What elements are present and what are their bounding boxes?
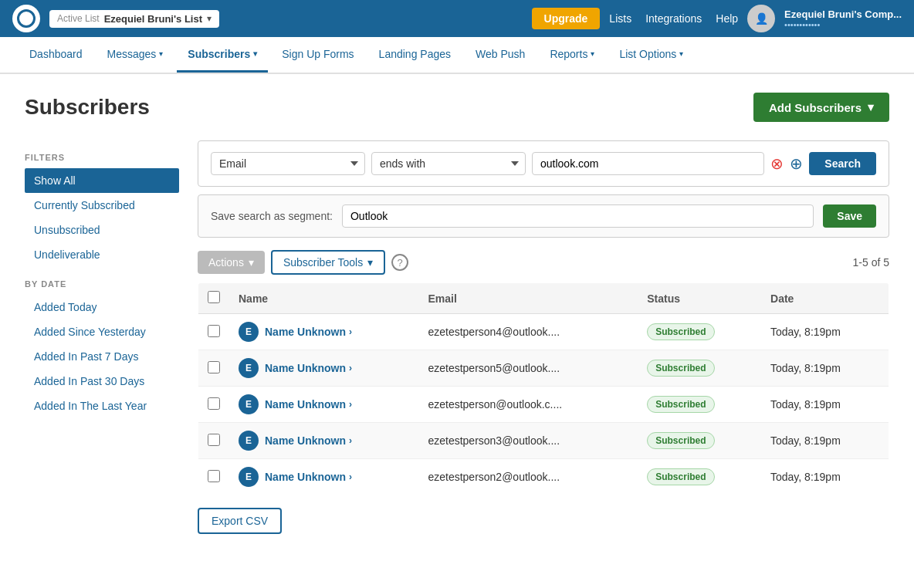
- subscriber-name[interactable]: Name Unknown ›: [265, 398, 352, 411]
- search-button[interactable]: Search: [809, 152, 876, 175]
- page-title: Subscribers: [25, 95, 150, 120]
- save-segment-button[interactable]: Save: [823, 204, 876, 228]
- row-date-cell: Today, 8:19pm: [761, 387, 889, 423]
- row-checkbox[interactable]: [208, 434, 220, 446]
- second-nav: Dashboard Messages ▾ Subscribers ▾ Sign …: [0, 37, 914, 74]
- sidebar-item-added-past-30-days[interactable]: Added In Past 30 Days: [25, 369, 179, 394]
- subscriber-name[interactable]: Name Unknown ›: [265, 326, 352, 338]
- subscriber-name-arrow-icon: ›: [349, 435, 352, 446]
- row-date-cell: Today, 8:19pm: [761, 314, 889, 350]
- top-nav-links: Lists Integrations Help: [609, 12, 738, 25]
- export-csv-button[interactable]: Export CSV: [198, 508, 282, 534]
- filter-condition-select[interactable]: ends with starts with contains is is not: [371, 152, 526, 175]
- row-name-cell: E Name Unknown ›: [229, 350, 418, 387]
- subscriber-name-arrow-icon: ›: [349, 326, 352, 337]
- subscriber-name-arrow-icon: ›: [349, 363, 352, 373]
- add-icon: ⊕: [790, 154, 803, 173]
- subscriber-tools-button[interactable]: Subscriber Tools ▾: [271, 250, 385, 275]
- logo-inner: [17, 9, 36, 28]
- nav-dashboard[interactable]: Dashboard: [19, 37, 93, 73]
- active-list-label: Active List: [57, 13, 100, 24]
- sidebar-item-added-today[interactable]: Added Today: [25, 295, 179, 319]
- filter-value-input[interactable]: [532, 152, 764, 175]
- active-list-pill[interactable]: Active List Ezequiel Bruni's List ▾: [49, 10, 219, 28]
- sidebar-item-undeliverable[interactable]: Undeliverable: [25, 242, 179, 267]
- export-row: Export CSV: [198, 508, 889, 534]
- nav-landing-pages[interactable]: Landing Pages: [368, 37, 462, 73]
- sidebar-item-show-all[interactable]: Show All: [25, 168, 179, 193]
- table-row: E Name Unknown › ezetestperson2@outlook.…: [198, 459, 889, 495]
- select-all-checkbox[interactable]: [208, 291, 220, 303]
- sidebar-item-added-since-yesterday[interactable]: Added Since Yesterday: [25, 319, 179, 344]
- nav-messages[interactable]: Messages ▾: [96, 37, 174, 73]
- row-email-cell: ezetestperson5@outlook....: [418, 350, 638, 387]
- active-list-chevron-icon: ▾: [207, 13, 212, 24]
- actions-button[interactable]: Actions ▾: [198, 251, 265, 274]
- filter-field-select[interactable]: Email Name Status Date: [211, 152, 365, 175]
- subscriber-avatar: E: [239, 394, 259, 414]
- filter-row: Email Name Status Date ends with starts …: [198, 140, 889, 187]
- active-list-name: Ezequiel Bruni's List: [104, 13, 202, 25]
- row-name-cell: E Name Unknown ›: [229, 387, 418, 423]
- actions-caret-icon: ▾: [249, 256, 254, 269]
- row-checkbox-cell: [198, 387, 230, 423]
- status-badge: Subscribed: [647, 323, 714, 340]
- filter-remove-button[interactable]: ⊗: [770, 154, 784, 173]
- add-subscribers-button[interactable]: Add Subscribers ▾: [753, 93, 889, 122]
- table-row: E Name Unknown › ezetestperson4@outlook.…: [198, 314, 889, 350]
- row-checkbox[interactable]: [208, 361, 220, 373]
- status-badge: Subscribed: [647, 432, 714, 449]
- nav-reports[interactable]: Reports ▾: [539, 37, 605, 73]
- user-name: Ezequiel Bruni's Comp...: [784, 8, 902, 20]
- help-icon[interactable]: ?: [391, 254, 408, 271]
- top-nav-help[interactable]: Help: [716, 12, 738, 25]
- content-layout: FILTERS Show All Currently Subscribed Un…: [25, 140, 889, 534]
- page-header: Subscribers Add Subscribers ▾: [25, 93, 889, 122]
- row-date-cell: Today, 8:19pm: [761, 459, 889, 495]
- row-checkbox[interactable]: [208, 397, 220, 410]
- sidebar-item-currently-subscribed[interactable]: Currently Subscribed: [25, 193, 179, 218]
- nav-subscribers[interactable]: Subscribers ▾: [177, 37, 268, 73]
- subscriber-tools-caret-icon: ▾: [367, 256, 373, 269]
- save-segment-label: Save search as segment:: [211, 210, 333, 222]
- row-email-cell: ezetestperson@outlook.c....: [418, 387, 638, 423]
- row-status-cell: Subscribed: [638, 459, 761, 495]
- sidebar-item-added-past-7-days[interactable]: Added In Past 7 Days: [25, 344, 179, 369]
- filter-add-button[interactable]: ⊕: [790, 154, 803, 173]
- sidebar-item-unsubscribed[interactable]: Unsubscribed: [25, 218, 179, 242]
- user-sub: ••••••••••••: [784, 20, 902, 29]
- nav-list-options[interactable]: List Options ▾: [608, 37, 694, 73]
- status-badge: Subscribed: [647, 396, 714, 413]
- subscriber-name-arrow-icon: ›: [349, 399, 352, 410]
- row-checkbox-cell: [198, 350, 230, 387]
- sidebar-item-added-last-year[interactable]: Added In The Last Year: [25, 394, 179, 418]
- row-date-cell: Today, 8:19pm: [761, 350, 889, 387]
- row-status-cell: Subscribed: [638, 314, 761, 350]
- logo[interactable]: [12, 5, 40, 32]
- top-nav-integrations[interactable]: Integrations: [645, 12, 702, 25]
- table-header-status: Status: [638, 283, 761, 314]
- table-row: E Name Unknown › ezetestperson@outlook.c…: [198, 387, 889, 423]
- actions-label: Actions: [208, 256, 244, 269]
- nav-signup-forms[interactable]: Sign Up Forms: [271, 37, 364, 73]
- top-nav-lists[interactable]: Lists: [609, 12, 631, 25]
- table-header-email: Email: [418, 283, 638, 314]
- subscriber-name[interactable]: Name Unknown ›: [265, 471, 352, 483]
- messages-caret-icon: ▾: [159, 49, 163, 58]
- row-checkbox[interactable]: [208, 325, 220, 337]
- row-checkbox[interactable]: [208, 470, 220, 482]
- subscriber-name[interactable]: Name Unknown ›: [265, 434, 352, 447]
- top-bar: Active List Ezequiel Bruni's List ▾ Upgr…: [0, 0, 914, 37]
- subscriber-name-arrow-icon: ›: [349, 471, 352, 482]
- row-email-cell: ezetestperson4@outlook....: [418, 314, 638, 350]
- upgrade-button[interactable]: Upgrade: [532, 8, 601, 29]
- table-row: E Name Unknown › ezetestperson3@outlook.…: [198, 423, 889, 459]
- right-content: Email Name Status Date ends with starts …: [198, 140, 889, 534]
- subscriber-name[interactable]: Name Unknown ›: [265, 362, 352, 374]
- user-info[interactable]: Ezequiel Bruni's Comp... ••••••••••••: [784, 8, 902, 29]
- row-checkbox-cell: [198, 423, 230, 459]
- save-segment-input[interactable]: [342, 204, 814, 228]
- nav-web-push[interactable]: Web Push: [465, 37, 536, 73]
- add-subscribers-label: Add Subscribers: [769, 101, 862, 114]
- reports-caret-icon: ▾: [591, 49, 594, 58]
